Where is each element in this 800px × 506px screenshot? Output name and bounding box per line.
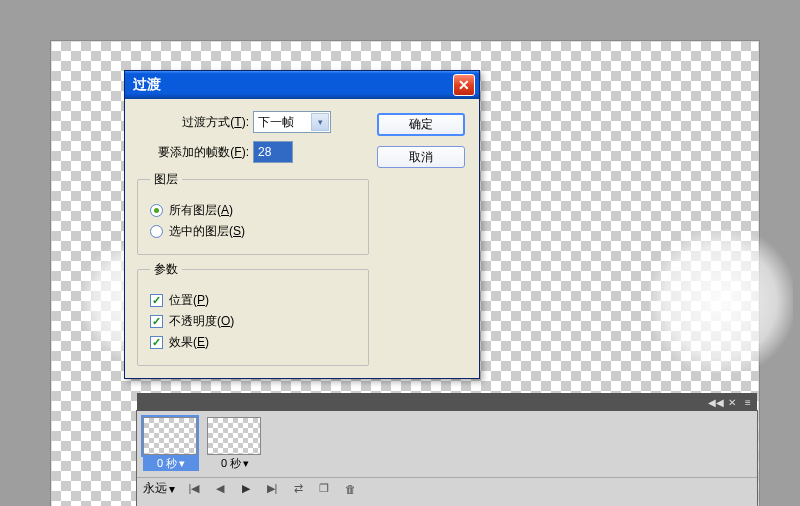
delete-frame-icon[interactable]: 🗑 xyxy=(343,482,357,496)
chevron-down-icon: ▾ xyxy=(311,113,329,131)
frame-thumb xyxy=(143,417,197,455)
close-button[interactable]: ✕ xyxy=(453,74,475,96)
checkbox-icon: ✓ xyxy=(150,336,163,349)
dropdown-icon: ▾ xyxy=(169,482,175,496)
loop-label: 永远 xyxy=(143,480,167,497)
radio-label: 选中的图层(S) xyxy=(169,223,245,240)
transition-label: 过渡方式(T): xyxy=(137,114,249,131)
first-frame-icon[interactable]: |◀ xyxy=(187,482,201,496)
check-label: 不透明度(O) xyxy=(169,313,234,330)
next-frame-icon[interactable]: ▶| xyxy=(265,482,279,496)
tween-dialog: 过渡 ✕ 确定 取消 过渡方式(T): 下一帧 ▾ 要添加的帧数(F): 图层 … xyxy=(124,70,480,379)
radio-icon xyxy=(150,204,163,217)
cancel-label: 取消 xyxy=(409,149,433,166)
radio-label: 所有图层(A) xyxy=(169,202,233,219)
frames-strip: 0 秒▾ 0 秒▾ xyxy=(137,411,757,477)
frame-delay: 0 秒 xyxy=(221,456,241,471)
titlebar[interactable]: 过渡 ✕ xyxy=(125,71,479,99)
frames-input[interactable] xyxy=(253,141,293,163)
layers-all-radio[interactable]: 所有图层(A) xyxy=(150,202,356,219)
params-legend: 参数 xyxy=(150,261,182,278)
params-group: 参数 ✓ 位置(P) ✓ 不透明度(O) ✓ 效果(E) xyxy=(137,261,369,366)
transition-value: 下一帧 xyxy=(258,114,294,131)
frame-thumb xyxy=(207,417,261,455)
play-icon[interactable]: ▶ xyxy=(239,482,253,496)
frame-2[interactable]: 0 秒▾ xyxy=(207,417,263,471)
transition-select[interactable]: 下一帧 ▾ xyxy=(253,111,331,133)
checkbox-icon: ✓ xyxy=(150,294,163,307)
dialog-title: 过渡 xyxy=(133,76,453,94)
frames-label: 要添加的帧数(F): xyxy=(137,144,249,161)
ok-button[interactable]: 确定 xyxy=(377,113,465,136)
layers-legend: 图层 xyxy=(150,171,182,188)
animation-panel: ◀◀ ✕ ≡ 0 秒▾ 0 秒▾ 永远 ▾ |◀ ◀ ▶ ▶| ⇄ ❐ 🗑 xyxy=(136,410,758,506)
ok-label: 确定 xyxy=(409,116,433,133)
prev-frame-icon[interactable]: ◀ xyxy=(213,482,227,496)
check-label: 位置(P) xyxy=(169,292,209,309)
layers-group: 图层 所有图层(A) 选中的图层(S) xyxy=(137,171,369,255)
param-opacity-check[interactable]: ✓ 不透明度(O) xyxy=(150,313,356,330)
tween-icon[interactable]: ⇄ xyxy=(291,482,305,496)
panel-header: ◀◀ ✕ ≡ xyxy=(137,393,757,411)
checkbox-icon: ✓ xyxy=(150,315,163,328)
param-position-check[interactable]: ✓ 位置(P) xyxy=(150,292,356,309)
timeline-toolbar: 永远 ▾ |◀ ◀ ▶ ▶| ⇄ ❐ 🗑 xyxy=(137,477,757,499)
dropdown-icon[interactable]: ▾ xyxy=(179,457,185,470)
cancel-button[interactable]: 取消 xyxy=(377,146,465,168)
new-frame-icon[interactable]: ❐ xyxy=(317,482,331,496)
panel-menu-icon[interactable]: ≡ xyxy=(743,397,753,407)
frame-1[interactable]: 0 秒▾ xyxy=(143,417,199,471)
dropdown-icon[interactable]: ▾ xyxy=(243,457,249,470)
frame-delay: 0 秒 xyxy=(157,456,177,471)
panel-close-icon[interactable]: ✕ xyxy=(727,397,737,407)
panel-collapse-icon[interactable]: ◀◀ xyxy=(711,397,721,407)
close-icon: ✕ xyxy=(458,77,470,93)
loop-selector[interactable]: 永远 ▾ xyxy=(143,480,175,497)
param-effect-check[interactable]: ✓ 效果(E) xyxy=(150,334,356,351)
radio-icon xyxy=(150,225,163,238)
check-label: 效果(E) xyxy=(169,334,209,351)
layers-selected-radio[interactable]: 选中的图层(S) xyxy=(150,223,356,240)
